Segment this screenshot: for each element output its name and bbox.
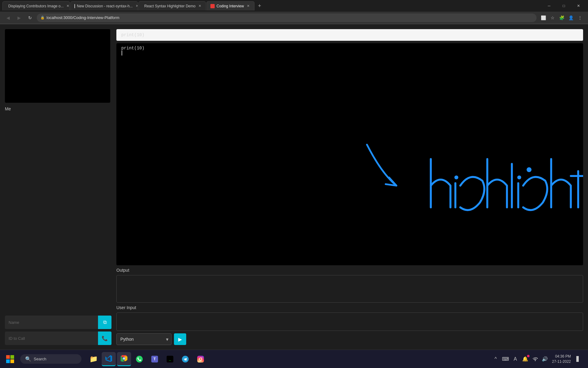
extensions-button[interactable]: 🧩 bbox=[557, 13, 566, 22]
name-input[interactable] bbox=[5, 316, 98, 329]
url-text: localhost:3000/Coding-Interview-Platform bbox=[47, 15, 119, 20]
reload-button[interactable]: ↻ bbox=[26, 13, 34, 22]
terminal-icon: _ bbox=[167, 356, 173, 362]
svg-point-14 bbox=[202, 357, 202, 358]
tray-chevron[interactable]: ^ bbox=[492, 355, 499, 363]
browser-chrome: Displaying Contributors Image o... ✕ New… bbox=[0, 0, 588, 24]
tab4-label: Coding Interview bbox=[217, 4, 244, 8]
forward-button[interactable]: ▶ bbox=[15, 13, 23, 22]
left-panel: Me ⧉ 📞 bbox=[0, 24, 116, 350]
maximize-button[interactable]: □ bbox=[557, 0, 571, 12]
main-content: Me ⧉ 📞 print(10) print(10) bbox=[0, 24, 588, 350]
tab3-label: React Syntax Highlighter Demo bbox=[144, 4, 195, 8]
address-bar[interactable]: 🔒 localhost:3000/Coding-Interview-Platfo… bbox=[37, 13, 537, 22]
display-code-text: print(10) bbox=[121, 33, 145, 37]
chrome-icon bbox=[121, 355, 127, 362]
notification-badge bbox=[527, 355, 530, 357]
wifi-icon[interactable] bbox=[531, 355, 539, 363]
phone-button[interactable]: 📞 bbox=[98, 332, 111, 345]
search-label: Search bbox=[34, 357, 46, 361]
taskbar-whatsapp[interactable] bbox=[132, 352, 146, 366]
show-desktop[interactable]: ▋ bbox=[575, 355, 582, 363]
right-panel: print(10) print(10) bbox=[116, 24, 588, 350]
taskbar-instagram[interactable] bbox=[194, 352, 208, 366]
taskbar-chrome[interactable] bbox=[117, 352, 131, 366]
minimize-button[interactable]: ─ bbox=[542, 0, 556, 12]
tab3-close[interactable]: ✕ bbox=[197, 4, 202, 9]
tab-new-discussion[interactable]: New Discussion - react-syntax-h... ✕ bbox=[70, 1, 138, 10]
tab-react-syntax-highlighter[interactable]: React Syntax Highlighter Demo ✕ bbox=[138, 1, 206, 10]
taskbar-clock[interactable]: 04:36 PM 27-11-2022 bbox=[552, 354, 571, 364]
code-canvas-area[interactable]: print(10) bbox=[116, 43, 583, 265]
output-label: Output bbox=[116, 268, 583, 273]
svg-rect-12 bbox=[197, 356, 204, 362]
tab-bar: Displaying Contributors Image o... ✕ New… bbox=[0, 0, 588, 12]
new-tab-button[interactable]: + bbox=[255, 2, 264, 10]
me-label: Me bbox=[5, 106, 111, 111]
bottom-row: Python JavaScript Java C++ C ▶ bbox=[116, 333, 583, 345]
window-controls: ─ □ ✕ bbox=[542, 0, 586, 12]
ime-icon[interactable]: A bbox=[512, 355, 519, 363]
taskbar-apps: 📁 T _ bbox=[86, 352, 208, 366]
svg-point-2 bbox=[527, 167, 532, 172]
windows-logo bbox=[6, 355, 14, 363]
system-tray-icons: ^ ⌨ A 🔔 🔊 bbox=[492, 355, 548, 363]
search-icon: 🔍 bbox=[25, 356, 31, 362]
tab-coding-interview[interactable]: Coding Interview ✕ bbox=[206, 1, 254, 10]
user-input-box[interactable] bbox=[116, 312, 583, 331]
clock-time: 04:36 PM bbox=[552, 354, 571, 359]
code-display-bar: print(10) bbox=[116, 29, 583, 41]
taskbar-file-explorer[interactable]: 📁 bbox=[86, 352, 100, 366]
output-box[interactable] bbox=[116, 275, 583, 303]
volume-icon[interactable]: 🔊 bbox=[541, 355, 548, 363]
screenshot-button[interactable]: ⬜ bbox=[539, 13, 548, 22]
tab4-close[interactable]: ✕ bbox=[246, 4, 251, 9]
clock-date: 27-11-2022 bbox=[552, 359, 571, 364]
tab4-favicon bbox=[210, 4, 215, 8]
language-selector-wrapper: Python JavaScript Java C++ C bbox=[116, 333, 172, 345]
close-button[interactable]: ✕ bbox=[571, 0, 586, 12]
run-button[interactable]: ▶ bbox=[174, 333, 186, 345]
svg-point-1 bbox=[517, 175, 521, 179]
instagram-icon bbox=[197, 356, 204, 362]
id-to-call-input[interactable] bbox=[5, 332, 98, 345]
nav-actions: ⬜ ☆ 🧩 👤 ⋮ bbox=[539, 13, 584, 22]
svg-point-9 bbox=[123, 358, 125, 359]
telegram-icon bbox=[182, 356, 189, 362]
tab2-close[interactable]: ✕ bbox=[134, 4, 138, 9]
copy-button[interactable]: ⧉ bbox=[98, 316, 111, 329]
video-box bbox=[5, 29, 110, 103]
start-button[interactable] bbox=[2, 351, 18, 367]
tab1-close[interactable]: ✕ bbox=[66, 4, 70, 9]
taskbar-telegram[interactable] bbox=[178, 352, 192, 366]
taskbar-teams[interactable]: T bbox=[148, 352, 162, 366]
language-selector[interactable]: Python JavaScript Java C++ C bbox=[116, 333, 172, 345]
call-form: ⧉ 📞 bbox=[5, 316, 111, 345]
lock-icon: 🔒 bbox=[40, 16, 45, 20]
taskbar-vscode[interactable] bbox=[102, 352, 116, 366]
name-input-row: ⧉ bbox=[5, 316, 111, 329]
back-button[interactable]: ◀ bbox=[4, 13, 12, 22]
tab2-favicon bbox=[74, 4, 75, 8]
teams-icon: T bbox=[151, 356, 158, 362]
tab2-label: New Discussion - react-syntax-h... bbox=[77, 4, 133, 8]
profile-button[interactable]: 👤 bbox=[567, 13, 575, 22]
user-input-label: User Input bbox=[116, 305, 583, 310]
svg-rect-4 bbox=[10, 355, 14, 359]
taskbar-right: ^ ⌨ A 🔔 🔊 04:36 PM 27-11-2022 ▋ bbox=[492, 354, 586, 364]
svg-point-10 bbox=[136, 356, 143, 362]
id-to-call-row: 📞 bbox=[5, 332, 111, 345]
keyboard-icon[interactable]: ⌨ bbox=[502, 355, 509, 363]
svg-rect-3 bbox=[6, 355, 10, 359]
drawing-canvas bbox=[116, 43, 583, 265]
svg-rect-5 bbox=[6, 359, 10, 363]
bookmark-button[interactable]: ☆ bbox=[548, 13, 557, 22]
taskbar-terminal[interactable]: _ bbox=[163, 352, 177, 366]
tab1-label: Displaying Contributors Image o... bbox=[8, 4, 64, 8]
tab-displaying-contributors[interactable]: Displaying Contributors Image o... ✕ bbox=[2, 1, 70, 10]
taskbar-search[interactable]: 🔍 Search bbox=[20, 354, 81, 364]
menu-button[interactable]: ⋮ bbox=[576, 13, 584, 22]
taskbar: 🔍 Search 📁 T bbox=[0, 350, 588, 368]
svg-point-0 bbox=[454, 175, 458, 179]
wifi-svg bbox=[532, 356, 538, 362]
